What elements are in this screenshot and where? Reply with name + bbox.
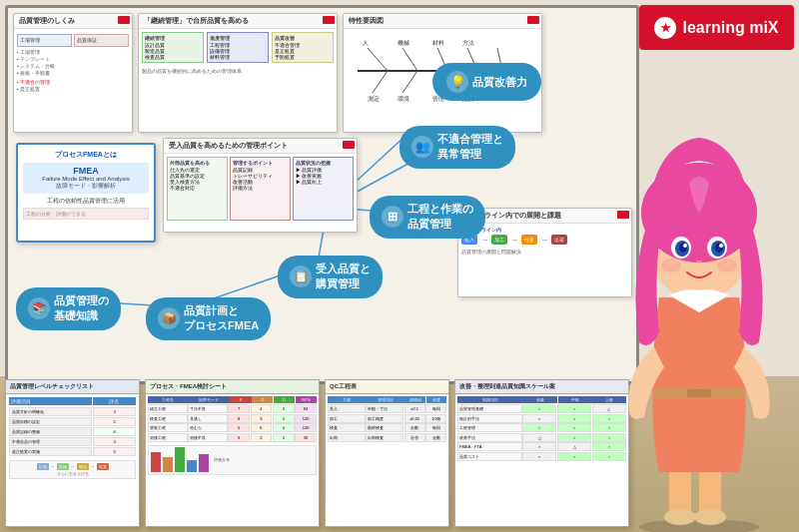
quality-plan-icon: 📦 xyxy=(158,307,180,329)
bubble-quality-plan: 📦 品質計画と プロセスFMEA xyxy=(146,297,271,340)
basic-label: 品質管理の 基礎知識 xyxy=(54,293,109,324)
svg-text:人: 人 xyxy=(363,40,369,46)
slide-logo-center xyxy=(323,16,335,24)
bubble-nonconform: 👥 不適合管理と 異常管理 xyxy=(400,126,515,169)
slide-title-center: 「継続管理」で台所品質を高める xyxy=(139,14,337,29)
svg-point-43 xyxy=(661,259,681,272)
slide-top-center: 「継続管理」で台所品質を高める 継続管理 設計品質 製造品質 検査品質 進度管理… xyxy=(138,13,338,133)
svg-point-44 xyxy=(717,259,737,272)
slide-logo xyxy=(118,16,130,24)
bubble-incoming: 📋 受入品質と 購買管理 xyxy=(278,256,383,298)
incoming-icon: 📋 xyxy=(290,266,312,287)
bubble-process-quality: ⊞ 工程と作業の 品質管理 xyxy=(370,196,485,239)
svg-text:測定: 測定 xyxy=(368,95,380,102)
svg-text:材料: 材料 xyxy=(431,40,444,46)
svg-line-9 xyxy=(402,48,417,71)
svg-line-13 xyxy=(373,71,388,93)
nonconform-icon: 👥 xyxy=(411,136,433,158)
basic-icon: 📚 xyxy=(28,297,50,319)
quality-plan-label: 品質計画と プロセスFMEA xyxy=(184,303,259,334)
slide-quality-management: 品質管理のしくみ 工場管理 品質保証 ▪ 工場管理 ▪ テンプレート ▪ システ… xyxy=(13,13,133,133)
whiteboard: 品質管理のしくみ 工場管理 品質保証 ▪ 工場管理 ▪ テンプレート ▪ システ… xyxy=(5,5,639,384)
slide-title: 品質管理のしくみ xyxy=(14,14,132,29)
svg-text:環境: 環境 xyxy=(398,95,409,102)
process-icon: ⊞ xyxy=(382,206,403,228)
svg-point-42 xyxy=(719,244,723,248)
bubble-basic: 📚 品質管理の 基礎知識 xyxy=(16,287,121,330)
doc-fmea-sheet: プロセス・FMEA検討シート 工程名 故障モード S O D RPN 組立工程 … xyxy=(145,379,320,527)
slide-incoming: 受入品質を高めるための管理ポイント 外部品質を高める 仕入先の選定 品質基準の設… xyxy=(163,138,358,233)
doc-checklist: 品質管理レベルチェックリスト 評価項目 評点 品質方針の明確化 3 品質目標の設… xyxy=(5,379,140,527)
bubble-quality-improve: 💡 品質改善力 xyxy=(432,63,541,101)
logo-icon: ★ xyxy=(654,17,676,39)
incoming-label: 受入品質と 購買管理 xyxy=(316,262,371,292)
character xyxy=(599,113,799,532)
svg-text:機械: 機械 xyxy=(398,40,409,46)
svg-point-28 xyxy=(664,509,696,525)
logo-text: learning miX xyxy=(682,19,778,37)
quality-improve-icon: 💡 xyxy=(446,71,468,93)
svg-point-41 xyxy=(683,244,687,248)
nonconform-label: 不適合管理と 異常管理 xyxy=(437,132,503,163)
svg-rect-31 xyxy=(687,389,711,397)
slide-logo-fishbone xyxy=(527,16,539,24)
process-label: 工程と作業の 品質管理 xyxy=(407,202,473,233)
slide-title-incoming: 受入品質を高めるための管理ポイント xyxy=(164,139,357,154)
svg-line-8 xyxy=(368,48,388,71)
svg-text:方法: 方法 xyxy=(462,39,474,46)
slide-logo-incoming xyxy=(343,141,355,149)
svg-point-29 xyxy=(694,509,726,525)
svg-line-14 xyxy=(402,71,417,93)
bubble-label: 品質改善力 xyxy=(472,75,527,90)
character-svg xyxy=(599,113,799,532)
logo-box: ★ learning miX xyxy=(639,5,794,50)
doc-qc-table: QC工程表 工程 管理項目 規格値 頻度 受入 外観・寸法 ±0.1 毎回 加工… xyxy=(325,379,449,527)
slide-title-fishbone: 特性要因図 xyxy=(344,14,541,29)
fmea-card: プロセスFMEAとは FMEA Failure Mode Effect and … xyxy=(16,143,156,243)
